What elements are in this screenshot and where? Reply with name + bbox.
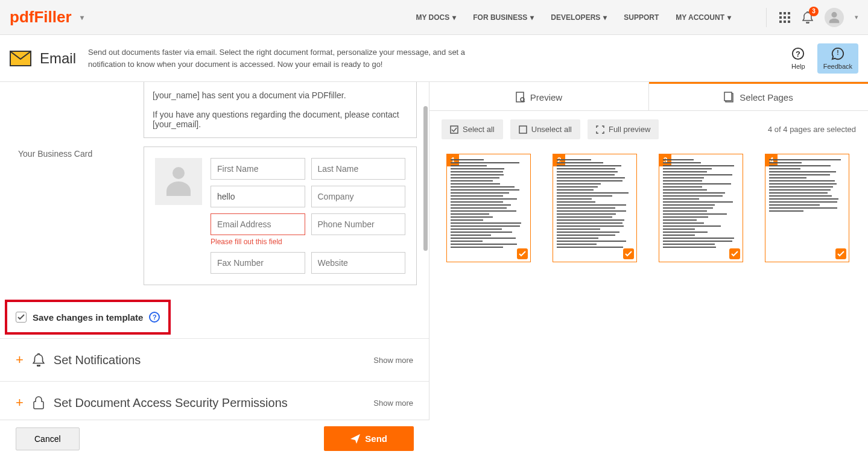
page-checked-icon	[729, 248, 740, 259]
page-grid: 1234	[429, 148, 868, 268]
full-preview-button[interactable]: Full preview	[588, 119, 659, 139]
page-thumbnail[interactable]: 4	[765, 154, 849, 262]
message-line1: [your_name] has sent you a document via …	[153, 90, 408, 100]
tab-select-pages[interactable]: Select Pages	[649, 82, 868, 110]
page-checked-icon	[835, 248, 846, 259]
main-content: [your_name] has sent you a document via …	[0, 82, 868, 420]
nav-business[interactable]: FOR BUSINESS▾	[473, 13, 534, 22]
nav-account[interactable]: MY ACCOUNT▾	[676, 13, 731, 22]
accordion-notifications-label: Set Notifications	[54, 353, 365, 367]
sub-header: Email Send out documents faster via emai…	[0, 35, 868, 82]
job-title-input[interactable]	[211, 186, 305, 207]
top-bar: pdfFiller ▾ MY DOCS▾ FOR BUSINESS▾ DEVEL…	[0, 0, 868, 35]
select-all-button[interactable]: Select all	[442, 119, 503, 139]
page-description: Send out documents faster via email. Sel…	[88, 46, 498, 70]
tab-preview[interactable]: Preview	[429, 82, 649, 110]
svg-rect-6	[779, 20, 782, 23]
nav-developers-label: DEVELOPERS	[551, 13, 600, 22]
caret-down-icon: ▾	[452, 13, 456, 22]
full-preview-label: Full preview	[609, 125, 650, 134]
save-template-label: Save changes in template	[33, 312, 143, 323]
email-input[interactable]	[211, 213, 305, 235]
email-icon	[10, 51, 31, 66]
nav-developers[interactable]: DEVELOPERS▾	[551, 13, 607, 22]
business-card-label: Your Business Card	[18, 147, 144, 285]
feedback-label: Feedback	[823, 63, 852, 70]
logo[interactable]: pdfFiller ▾	[10, 8, 84, 27]
plus-icon: +	[16, 395, 24, 411]
caret-down-icon: ▾	[727, 13, 731, 22]
tab-strip: Preview Select Pages	[429, 82, 868, 111]
avatar-placeholder[interactable]	[155, 158, 202, 205]
select-all-label: Select all	[463, 125, 495, 134]
lock-icon	[32, 396, 45, 409]
svg-rect-2	[788, 12, 790, 14]
top-nav: MY DOCS▾ FOR BUSINESS▾ DEVELOPERS▾ SUPPO…	[416, 8, 858, 27]
svg-text:!: !	[837, 49, 838, 55]
svg-rect-3	[779, 16, 782, 19]
email-error: Please fill out this field	[211, 238, 305, 246]
accordion-security-label: Set Document Access Security Permissions	[54, 396, 365, 410]
business-card-form: Please fill out this field	[144, 147, 417, 285]
help-icon[interactable]: ?	[149, 312, 160, 323]
user-avatar[interactable]	[825, 8, 844, 27]
nav-mydocs[interactable]: MY DOCS▾	[416, 13, 456, 22]
scrollbar[interactable]	[423, 106, 428, 251]
bell-icon[interactable]: 3	[802, 11, 814, 24]
save-template-row: Save changes in template ?	[5, 300, 171, 335]
page-checked-icon	[623, 248, 634, 259]
company-input[interactable]	[311, 186, 406, 207]
save-template-checkbox[interactable]	[16, 312, 27, 323]
right-panel: Preview Select Pages Select all Unselect…	[429, 82, 868, 420]
caret-down-icon: ▾	[603, 13, 607, 22]
unselect-all-label: Unselect all	[531, 125, 572, 134]
message-body[interactable]: [your_name] has sent you a document via …	[144, 82, 417, 138]
apps-icon[interactable]	[779, 11, 791, 24]
svg-rect-5	[788, 16, 790, 19]
unselect-all-button[interactable]: Unselect all	[510, 119, 580, 139]
header-actions: ? Help ! Feedback	[791, 43, 858, 74]
page-thumbnail[interactable]: 2	[553, 154, 637, 262]
notification-badge: 3	[809, 7, 819, 16]
last-name-input[interactable]	[311, 158, 406, 180]
feedback-button[interactable]: ! Feedback	[817, 43, 858, 74]
svg-text:?: ?	[796, 49, 800, 58]
logo-caret-icon[interactable]: ▾	[80, 13, 84, 22]
nav-account-label: MY ACCOUNT	[676, 13, 724, 22]
avatar-caret-icon[interactable]: ▾	[855, 13, 858, 21]
tab-preview-label: Preview	[530, 92, 562, 102]
top-icons: 3 ▾	[766, 8, 858, 27]
nav-support[interactable]: SUPPORT	[624, 13, 659, 22]
left-panel: [your_name] has sent you a document via …	[0, 82, 429, 420]
page-checked-icon	[517, 248, 528, 259]
help-button[interactable]: ? Help	[791, 47, 805, 70]
page-thumbnail[interactable]: 3	[659, 154, 743, 262]
svg-rect-16	[724, 92, 732, 101]
svg-rect-1	[784, 12, 786, 14]
caret-down-icon: ▾	[530, 13, 534, 22]
page-toolbar: Select all Unselect all Full preview 4 o…	[429, 111, 868, 148]
business-card-section: Your Business Card Please fill out this …	[0, 138, 429, 296]
website-input[interactable]	[311, 252, 406, 274]
svg-rect-4	[784, 16, 786, 19]
nav-mydocs-label: MY DOCS	[416, 13, 449, 22]
fax-input[interactable]	[211, 252, 305, 274]
accordion-notifications[interactable]: + Set Notifications Show more	[0, 338, 429, 381]
message-line2: If you have any questions regarding the …	[153, 110, 408, 129]
tab-select-label: Select Pages	[740, 92, 793, 102]
email-badge: Email	[10, 50, 76, 67]
page-thumbnail[interactable]: 1	[446, 154, 531, 262]
svg-rect-7	[784, 20, 786, 23]
svg-rect-8	[788, 20, 790, 23]
bell-icon	[32, 353, 45, 367]
first-name-input[interactable]	[211, 158, 305, 180]
phone-input[interactable]	[311, 213, 406, 235]
logo-text: pdfFiller	[10, 8, 72, 27]
selection-status: 4 of 4 pages are selected	[768, 125, 856, 134]
accordion-security[interactable]: + Set Document Access Security Permissio…	[0, 381, 429, 414]
svg-rect-0	[779, 12, 782, 14]
show-more-link[interactable]: Show more	[373, 356, 413, 365]
card-inputs: Please fill out this field	[211, 158, 405, 274]
nav-support-label: SUPPORT	[624, 13, 659, 22]
show-more-link[interactable]: Show more	[373, 399, 413, 408]
